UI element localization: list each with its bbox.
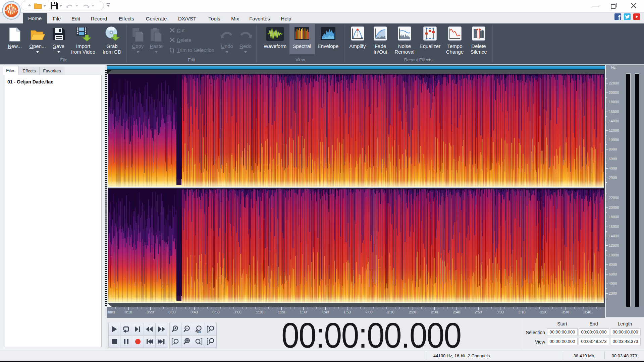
- svg-text:f: f: [618, 14, 621, 20]
- svg-text:100: 100: [197, 331, 201, 333]
